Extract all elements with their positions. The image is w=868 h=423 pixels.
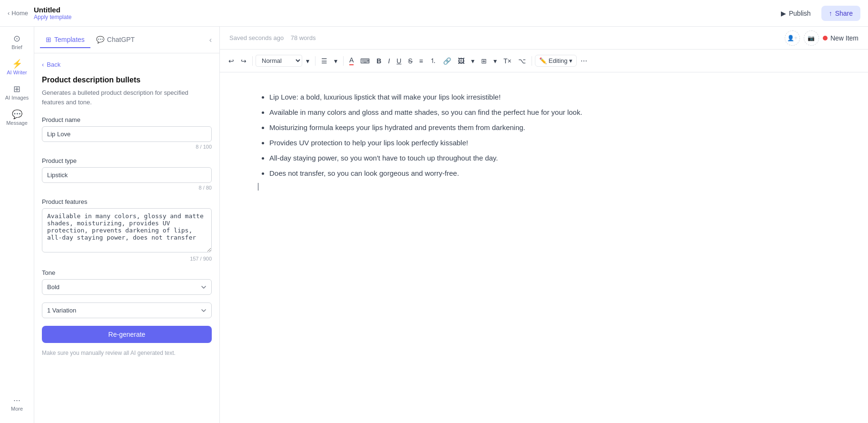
tab-chatgpt[interactable]: 💬 ChatGPT [90, 32, 140, 48]
bullet-item-6: Does not transfer, so you can look gorge… [269, 168, 830, 179]
back-label: Back [47, 61, 60, 68]
publish-button[interactable]: ▶ Publish [775, 7, 817, 20]
chatgpt-tab-icon: 💬 [96, 36, 104, 43]
home-link[interactable]: ‹ Home [8, 10, 28, 17]
editing-dropdown-icon: ▾ [569, 57, 572, 64]
product-name-char-count: 8 / 100 [42, 144, 212, 150]
avatar-add-icon: 👤+ [787, 35, 798, 41]
sidebar-label-ai-images: AI Images [5, 95, 29, 101]
top-bar-right: ▶ Publish ↑ Share [775, 6, 860, 21]
top-bar: ‹ Home Untitled Apply template ▶ Publish… [0, 0, 868, 27]
editing-mode-button[interactable]: ✏️ Editing ▾ [535, 55, 577, 67]
word-count: 78 words [291, 34, 316, 41]
ai-images-icon: ⊞ [13, 85, 20, 93]
toolbar-separator-4 [532, 56, 532, 66]
strikethrough-button[interactable]: S [405, 55, 415, 67]
align-button[interactable]: ☰ [318, 55, 330, 67]
more-options-button[interactable]: ⋯ [578, 55, 590, 67]
product-name-label: Product name [42, 116, 212, 123]
icon-sidebar: ⊙ Brief ⚡ AI Writer ⊞ AI Images 💬 Messag… [0, 27, 34, 423]
editor-area: Saved seconds ago 78 words 👤+ 📷 New Item [220, 27, 868, 423]
undo-button[interactable]: ↩ [226, 55, 237, 67]
panel-tabs: ⊞ Templates 💬 ChatGPT ‹ [34, 27, 219, 53]
highlight-button[interactable]: ⌨ [357, 55, 373, 67]
share-button[interactable]: ↑ Share [821, 6, 860, 21]
new-item-button[interactable]: New Item [823, 34, 858, 42]
tone-select[interactable]: Bold Casual Formal Friendly Professional [42, 279, 212, 295]
image-dropdown-btn[interactable]: ▾ [468, 55, 477, 67]
sidebar-label-more: More [11, 406, 23, 412]
publish-label: Publish [789, 10, 811, 17]
bullet-item-1: Lip Love: a bold, luxurious lipstick tha… [269, 91, 830, 103]
share-icon: ↑ [829, 10, 832, 17]
variation-select[interactable]: 1 Variation 2 Variations 3 Variations [42, 302, 212, 318]
bullet-list-button[interactable]: ≡ [416, 55, 426, 67]
back-button[interactable]: ‹ Back [42, 61, 60, 68]
avatar-add[interactable]: 👤+ [785, 30, 800, 46]
avatar-image[interactable]: 📷 [804, 30, 819, 46]
table-dropdown-btn[interactable]: ▾ [491, 55, 500, 67]
regenerate-button[interactable]: Re-generate [42, 326, 212, 343]
toolbar-separator-1 [252, 56, 253, 66]
bullet-list: Lip Love: a bold, luxurious lipstick tha… [258, 91, 830, 179]
templates-panel: ⊞ Templates 💬 ChatGPT ‹ ‹ Back Product d… [34, 27, 220, 423]
editing-label: Editing [549, 57, 568, 64]
align-dropdown-btn[interactable]: ▾ [331, 55, 340, 67]
product-features-input[interactable]: Available in many colors, glossy and mat… [42, 208, 212, 252]
editor-content[interactable]: Lip Love: a bold, luxurious lipstick tha… [220, 72, 868, 423]
sidebar-label-brief: Brief [11, 44, 22, 50]
image-button[interactable]: 🖼 [455, 55, 467, 67]
top-bar-left: ‹ Home Untitled Apply template [8, 6, 71, 20]
style-dropdown-btn[interactable]: ▾ [303, 55, 312, 67]
numbered-list-button[interactable]: ⒈ [427, 55, 439, 67]
link-button[interactable]: 🔗 [440, 55, 454, 67]
product-type-field-group: Product type 8 / 80 [42, 157, 212, 191]
editor-cursor [258, 183, 258, 191]
tone-label: Tone [42, 269, 212, 276]
variation-field-group: 1 Variation 2 Variations 3 Variations [42, 302, 212, 318]
redo-button[interactable]: ↪ [238, 55, 249, 67]
product-type-char-count: 8 / 80 [42, 185, 212, 191]
pencil-icon: ✏️ [539, 57, 547, 64]
status-right: 👤+ 📷 New Item [785, 30, 858, 46]
sidebar-label-message: Message [6, 120, 28, 126]
sidebar-item-more[interactable]: ··· More [0, 392, 34, 415]
sidebar-item-ai-writer[interactable]: ⚡ AI Writer [0, 56, 34, 79]
product-type-input[interactable] [42, 167, 212, 183]
clear-format-button[interactable]: T× [501, 55, 514, 67]
more-icon: ··· [13, 396, 20, 404]
sidebar-item-ai-images[interactable]: ⊞ AI Images [0, 81, 34, 104]
underline-button[interactable]: U [394, 55, 404, 67]
sidebar-item-message[interactable]: 💬 Message [0, 106, 34, 130]
brief-icon: ⊙ [13, 34, 20, 43]
doc-title: Untitled [34, 6, 71, 14]
bullet-item-4: Provides UV protection to help your lips… [269, 137, 830, 149]
home-label: Home [11, 10, 28, 17]
product-name-field-group: Product name 8 / 100 [42, 116, 212, 150]
code-button[interactable]: ⌥ [515, 55, 529, 67]
chatgpt-tab-label: ChatGPT [107, 36, 135, 43]
table-button[interactable]: ⊞ [478, 55, 490, 67]
toolbar-separator-2 [315, 56, 316, 66]
back-icon: ‹ [42, 61, 44, 68]
italic-button[interactable]: I [385, 55, 393, 67]
tab-templates[interactable]: ⊞ Templates [40, 32, 90, 48]
product-name-input[interactable] [42, 126, 212, 142]
templates-tab-icon: ⊞ [46, 36, 51, 43]
panel-content: ‹ Back Product description bullets Gener… [34, 53, 219, 423]
style-select[interactable]: Normal Heading 1 Heading 2 Heading 3 [256, 55, 302, 67]
panel-collapse-button[interactable]: ‹ [207, 34, 214, 46]
tone-field-group: Tone Bold Casual Formal Friendly Profess… [42, 269, 212, 295]
publish-icon: ▶ [781, 10, 786, 17]
template-title: Product description bullets [42, 76, 212, 84]
new-item-dot [823, 36, 828, 40]
sidebar-label-ai-writer: AI Writer [7, 70, 27, 75]
share-label: Share [835, 10, 853, 17]
bold-button[interactable]: B [374, 55, 384, 67]
product-features-char-count: 157 / 900 [42, 256, 212, 262]
apply-template-link[interactable]: Apply template [34, 14, 71, 20]
text-color-button[interactable]: A [346, 54, 356, 67]
bullet-item-2: Available in many colors and gloss and m… [269, 107, 830, 118]
text-color-icon: A [349, 56, 354, 65]
sidebar-item-brief[interactable]: ⊙ Brief [0, 30, 34, 54]
